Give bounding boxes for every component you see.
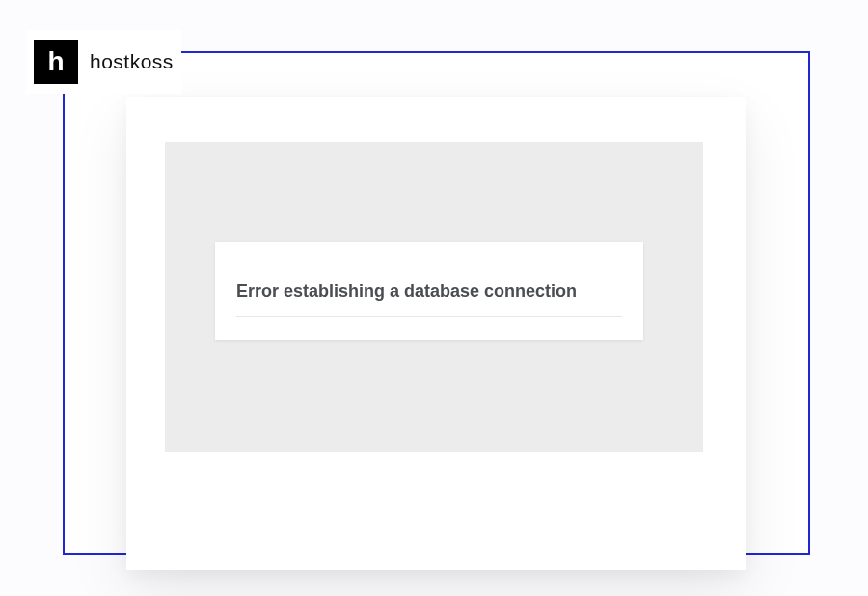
brand-logo-letter: h bbox=[47, 48, 64, 75]
brand-block: h hostkoss bbox=[26, 30, 181, 94]
browser-viewport: Error establishing a database connection bbox=[165, 142, 703, 452]
error-message: Error establishing a database connection bbox=[236, 281, 622, 303]
brand-name: hostkoss bbox=[90, 50, 174, 73]
screenshot-card: Error establishing a database connection bbox=[126, 97, 746, 570]
brand-logo: h bbox=[34, 40, 78, 84]
error-divider bbox=[236, 316, 622, 317]
error-panel: Error establishing a database connection bbox=[215, 242, 643, 340]
